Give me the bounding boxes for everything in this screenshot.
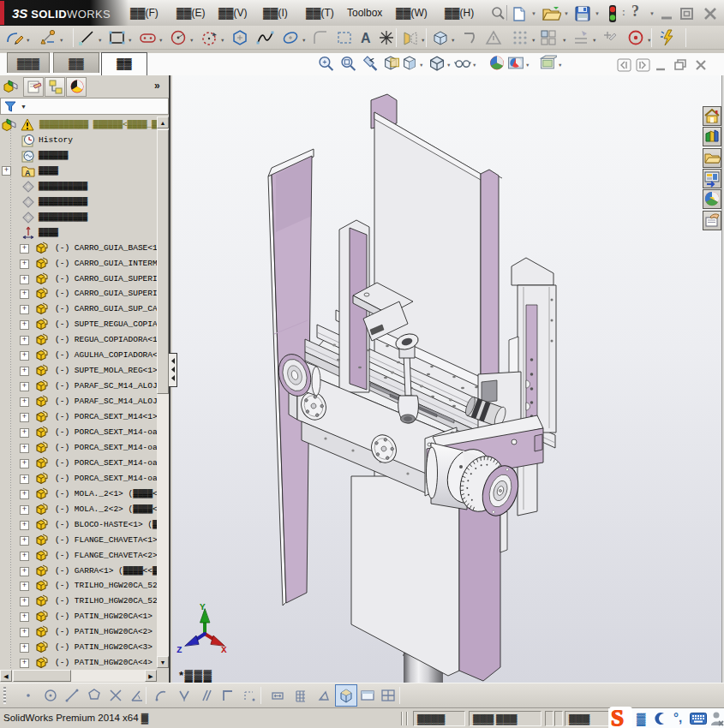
svg-text:*▓▓▓: *▓▓▓ <box>179 669 213 683</box>
svg-text:Z: Z <box>177 645 182 655</box>
svg-text:A: A <box>361 31 371 45</box>
svg-text:X: X <box>221 645 227 655</box>
svg-text:A: A <box>25 169 31 177</box>
svg-text:Y: Y <box>200 602 206 612</box>
